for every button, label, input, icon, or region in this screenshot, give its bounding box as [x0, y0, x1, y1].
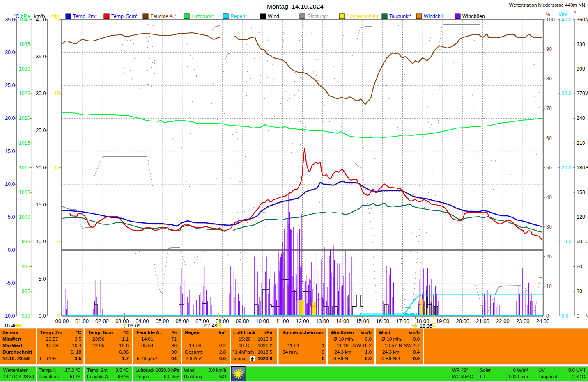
svg-text:0.000 mm: 0.000 mm [508, 374, 528, 379]
svg-text:60: 60 [546, 135, 552, 141]
svg-text:3.5 °C: 3.5 °C [115, 368, 129, 373]
svg-text:03:00: 03:00 [115, 318, 129, 324]
svg-text:10.0: 10.0 [36, 239, 46, 245]
svg-text:°: ° [574, 10, 577, 16]
svg-text:15.6: 15.6 [119, 343, 129, 348]
svg-text:10: 10 [546, 284, 552, 289]
svg-text:Ø 10 min.: Ø 10 min. [381, 336, 402, 341]
svg-text:13:59: 13:59 [46, 343, 58, 348]
svg-text:Temp. 2m: Temp. 2m [40, 329, 62, 335]
svg-text:20.0: 20.0 [561, 165, 571, 171]
svg-text:1020.0 hPa: 1020.0 hPa [156, 368, 180, 373]
svg-text:3.5: 3.5 [75, 336, 82, 341]
svg-text:3.5: 3.5 [75, 356, 82, 361]
svg-text:0.0: 0.0 [561, 313, 568, 319]
svg-text:34 min.: 34 min. [283, 349, 298, 355]
svg-text:°C: °C [76, 329, 82, 335]
svg-text:21:00: 21:00 [476, 318, 489, 324]
svg-text:Regen: Regen [185, 329, 200, 335]
svg-text:90: 90 [577, 239, 582, 245]
svg-text:20.0: 20.0 [5, 115, 15, 121]
svg-text:360: 360 [577, 17, 585, 23]
svg-text:^1.4hPa/h: ^1.4hPa/h [232, 349, 254, 355]
svg-text:24:00: 24:00 [536, 318, 550, 324]
svg-text:%: % [545, 11, 550, 17]
svg-text:25.0: 25.0 [5, 82, 15, 88]
svg-text:Wind: Wind [268, 14, 279, 19]
svg-text:5.78 g/m³: 5.78 g/m³ [137, 356, 157, 361]
svg-text:1000: 1000 [19, 214, 30, 220]
svg-text:5: 5 [57, 239, 60, 245]
svg-text:24.3 km: 24.3 km [382, 349, 400, 355]
svg-text:08:00: 08:00 [216, 318, 229, 324]
svg-text:150: 150 [577, 190, 585, 195]
svg-text:km/h: km/h [361, 329, 372, 335]
svg-text:30.0: 30.0 [561, 91, 571, 96]
svg-text:Windböen: Windböen [462, 14, 485, 19]
svg-text:Feuchte A.: Feuchte A. [136, 329, 161, 335]
svg-text:2.8: 2.8 [219, 349, 226, 355]
svg-text:0.0 l/m²: 0.0 l/m² [164, 374, 179, 379]
svg-text:80: 80 [546, 76, 552, 82]
svg-text:F: 94 %: F: 94 % [40, 356, 56, 361]
svg-text:0.0: 0.0 [219, 356, 226, 361]
svg-text:100: 100 [546, 17, 555, 23]
svg-text:S: S [586, 165, 588, 171]
svg-text:60: 60 [577, 264, 582, 270]
svg-text:Luftdruck: Luftdruck [233, 329, 255, 335]
svg-text:30: 30 [546, 224, 552, 230]
svg-text:20: 20 [546, 254, 552, 260]
svg-text:WC 3.5°C: WC 3.5°C [452, 374, 473, 379]
svg-text:120: 120 [577, 214, 585, 220]
svg-text:0.0 UV-I: 0.0 UV-I [568, 368, 585, 373]
svg-text:1020: 1020 [19, 115, 30, 121]
svg-text:0.0: 0.0 [413, 336, 420, 341]
svg-text:5.0: 5.0 [39, 276, 46, 282]
svg-text:96: 96 [171, 343, 177, 348]
svg-text:02:00: 02:00 [95, 318, 109, 324]
svg-text:11:18: 11:18 [337, 343, 348, 348]
svg-text:10:46: 10:46 [4, 323, 17, 329]
svg-text:07:48: 07:48 [204, 323, 217, 329]
svg-text:hPa: hPa [21, 14, 30, 19]
svg-text:22:00: 22:00 [496, 318, 510, 324]
svg-text:hPa: hPa [264, 329, 273, 335]
svg-text:Windchill: Windchill [424, 14, 444, 19]
svg-text:Richtung*: Richtung* [307, 14, 329, 19]
svg-text:10.0: 10.0 [561, 239, 571, 245]
svg-text:Sonnenschein: Sonnenschein [282, 329, 315, 335]
svg-text:70: 70 [546, 105, 552, 111]
svg-text:17:00: 17:00 [396, 318, 409, 324]
svg-text:17.2 °C: 17.2 °C [65, 368, 80, 373]
svg-text:06:00: 06:00 [176, 318, 189, 324]
svg-text:2.8 l/m²: 2.8 l/m² [186, 356, 202, 361]
svg-text:990: 990 [22, 264, 30, 270]
svg-text:0.2: 0.2 [219, 343, 226, 348]
svg-text:Temp. 2m: Temp. 2m [87, 368, 108, 373]
svg-text:6. 18: 6. 18 [71, 349, 81, 355]
svg-text:995: 995 [22, 239, 30, 245]
svg-text:25.0: 25.0 [36, 128, 46, 133]
svg-text:30.0: 30.0 [36, 91, 46, 96]
svg-text:10: 10 [54, 165, 60, 171]
svg-text:N-NW 4.7: N-NW 4.7 [399, 343, 420, 348]
svg-text:Ø 10 min.: Ø 10 min. [333, 336, 354, 341]
svg-text:Luftdruck*: Luftdruck* [191, 14, 214, 19]
svg-text:40: 40 [546, 194, 552, 200]
svg-text:05:54: 05:54 [141, 343, 154, 348]
svg-text:1.1: 1.1 [122, 336, 129, 341]
svg-text:Regen: Regen [136, 374, 149, 379]
svg-text:2.6 °C: 2.6 °C [572, 374, 585, 379]
svg-text:330: 330 [577, 41, 585, 47]
svg-text:240: 240 [577, 115, 585, 121]
svg-text:Luftdruck: Luftdruck [136, 368, 155, 373]
svg-text:1035: 1035 [19, 41, 30, 47]
svg-text:Wind: Wind [379, 329, 390, 335]
svg-text:12:05: 12:05 [92, 343, 105, 348]
svg-text:980: 980 [22, 313, 30, 319]
svg-text:14.10.24 23:59: 14.10.24 23:59 [3, 374, 34, 379]
svg-text:19:00: 19:00 [436, 318, 450, 324]
svg-text:14:01: 14:01 [141, 336, 153, 341]
svg-text:0 W/m²: 0 W/m² [513, 368, 528, 373]
svg-text:Solar: Solar [480, 368, 491, 373]
